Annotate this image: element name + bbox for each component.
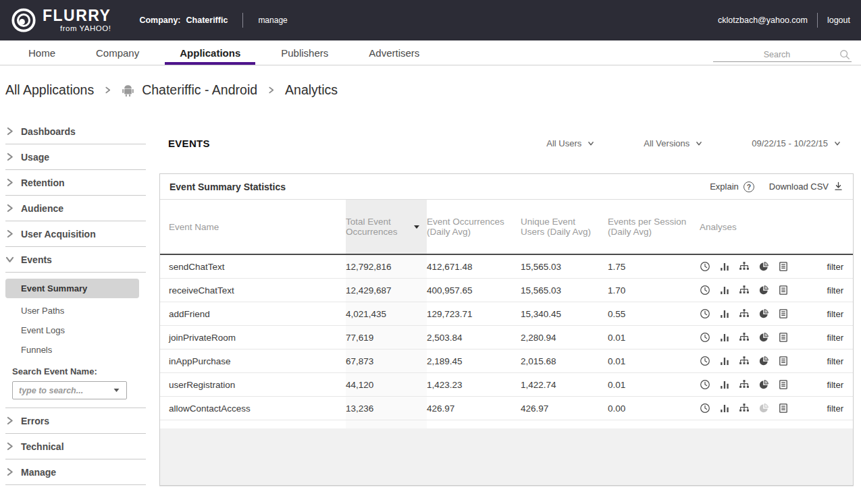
bar-chart-icon[interactable] xyxy=(719,356,730,366)
sidebar-item-dashboards[interactable]: Dashboards xyxy=(5,119,146,144)
filter-link[interactable]: filter xyxy=(827,262,843,272)
users-filter-dropdown[interactable]: All Users xyxy=(546,138,595,148)
search-icon[interactable] xyxy=(839,49,850,60)
sidebar-item-events[interactable]: Events xyxy=(5,247,146,273)
sidebar-item-errors[interactable]: Errors xyxy=(5,408,146,434)
breadcrumb-all-applications[interactable]: All Applications xyxy=(5,82,94,98)
daily-avg-cell: 129,723.71 xyxy=(427,302,521,325)
flurry-logo[interactable]: FLURRY from YAHOO! xyxy=(11,7,111,33)
clock-icon[interactable] xyxy=(700,285,710,296)
date-range-dropdown[interactable]: 09/22/15 - 10/22/15 xyxy=(752,138,841,148)
event-name-cell[interactable]: receiveChatText xyxy=(160,279,346,302)
event-name-cell[interactable]: sendChatText xyxy=(160,255,346,278)
per-session-cell: 1.70 xyxy=(608,279,700,302)
clock-icon[interactable] xyxy=(700,261,710,272)
event-logs-icon[interactable] xyxy=(778,285,789,296)
col-total-occurrences[interactable]: Total Event Occurrences xyxy=(346,200,427,254)
user-paths-icon[interactable] xyxy=(739,285,750,296)
event-logs-icon[interactable] xyxy=(778,379,789,390)
clock-icon[interactable] xyxy=(700,379,710,390)
event-name-cell[interactable]: allowContactAccess xyxy=(160,397,346,420)
nav-tab-publishers[interactable]: Publishers xyxy=(261,40,348,65)
user-paths-icon[interactable] xyxy=(739,379,750,390)
top-bar: FLURRY from YAHOO! Company: Chateriffic … xyxy=(0,0,861,40)
event-logs-icon[interactable] xyxy=(778,308,789,319)
event-logs-icon[interactable] xyxy=(778,332,789,343)
chevron-down-icon xyxy=(587,140,595,146)
user-paths-icon[interactable] xyxy=(739,403,750,414)
sidebar-item-technical[interactable]: Technical xyxy=(5,434,146,459)
clock-icon[interactable] xyxy=(700,308,710,319)
explain-link[interactable]: Explain xyxy=(710,181,754,192)
bar-chart-icon[interactable] xyxy=(719,403,730,414)
filter-link[interactable]: filter xyxy=(827,333,843,343)
event-name-cell[interactable]: joinPrivateRoom xyxy=(160,326,346,349)
analyses-cell xyxy=(700,397,825,420)
clock-icon[interactable] xyxy=(700,356,710,366)
nav-tab-company[interactable]: Company xyxy=(76,40,159,65)
nav-tab-home[interactable]: Home xyxy=(8,40,76,65)
unique-users-cell: 2,280.94 xyxy=(521,326,608,349)
sidebar-item-manage[interactable]: Manage xyxy=(5,459,146,485)
filter-link[interactable]: filter xyxy=(827,309,843,319)
sidebar-item-funnels[interactable]: Funnels xyxy=(5,340,146,360)
help-icon xyxy=(743,181,754,192)
sidebar-item-user-acquisition[interactable]: User Acquisition xyxy=(5,221,146,247)
nav-tab-advertisers[interactable]: Advertisers xyxy=(348,40,440,65)
versions-filter-dropdown[interactable]: All Versions xyxy=(644,138,703,148)
breadcrumb-app[interactable]: Chateriffic - Android xyxy=(142,82,257,98)
pie-chart-icon[interactable] xyxy=(758,332,769,343)
table-row: addFriend 4,021,435 129,723.71 15,340.45… xyxy=(160,302,853,326)
filter-link[interactable]: filter xyxy=(827,380,843,390)
sidebar-item-audience[interactable]: Audience xyxy=(5,196,146,221)
manage-link[interactable]: manage xyxy=(258,16,287,25)
sidebar-item-retention[interactable]: Retention xyxy=(5,170,146,196)
main-nav: Home Company Applications Publishers Adv… xyxy=(0,40,861,65)
filter-link[interactable]: filter xyxy=(827,285,843,296)
bar-chart-icon[interactable] xyxy=(719,332,730,343)
table-header: Event Name Total Event Occurrences Event… xyxy=(160,200,853,255)
clock-icon[interactable] xyxy=(700,403,710,414)
event-logs-icon[interactable] xyxy=(778,261,789,272)
pie-chart-icon[interactable] xyxy=(758,356,769,366)
col-per-session[interactable]: Events per Session (Daily Avg) xyxy=(608,200,700,254)
pie-chart-icon[interactable] xyxy=(758,261,769,272)
sidebar-item-event-logs[interactable]: Event Logs xyxy=(5,320,146,340)
event-name-cell[interactable]: userRegistration xyxy=(160,373,346,396)
pie-chart-icon[interactable] xyxy=(758,285,769,296)
sidebar-item-usage[interactable]: Usage xyxy=(5,144,146,170)
pie-chart-icon[interactable] xyxy=(758,379,769,390)
filter-link[interactable]: filter xyxy=(827,356,843,366)
download-icon xyxy=(833,181,843,192)
pie-chart-icon[interactable] xyxy=(758,308,769,319)
col-unique-users[interactable]: Unique Event Users (Daily Avg) xyxy=(521,200,608,254)
android-icon xyxy=(122,83,134,97)
filter-link[interactable]: filter xyxy=(827,403,843,414)
user-paths-icon[interactable] xyxy=(739,261,750,272)
user-paths-icon[interactable] xyxy=(739,332,750,343)
event-name-cell[interactable]: addFriend xyxy=(160,302,346,325)
col-event-name[interactable]: Event Name xyxy=(160,200,346,254)
panel-title: Event Summary Statistics xyxy=(169,181,286,192)
logout-link[interactable]: logout xyxy=(827,16,850,25)
bar-chart-icon[interactable] xyxy=(719,379,730,390)
sidebar-item-user-paths[interactable]: User Paths xyxy=(5,301,146,320)
event-search-select[interactable]: type to search... xyxy=(12,381,127,399)
clock-icon[interactable] xyxy=(700,332,710,343)
bar-chart-icon[interactable] xyxy=(719,285,730,296)
download-csv-link[interactable]: Download CSV xyxy=(769,181,843,192)
event-logs-icon[interactable] xyxy=(778,403,789,414)
total-occurrences-cell: 4,021,435 xyxy=(346,302,427,325)
sidebar-item-event-summary[interactable]: Event Summary xyxy=(5,279,139,298)
chevron-right-icon xyxy=(5,204,14,213)
bar-chart-icon[interactable] xyxy=(719,308,730,319)
event-name-cell[interactable]: inAppPurchase xyxy=(160,349,346,372)
user-paths-icon[interactable] xyxy=(739,356,750,366)
nav-tab-applications[interactable]: Applications xyxy=(159,40,261,65)
bar-chart-icon[interactable] xyxy=(719,261,730,272)
col-daily-avg[interactable]: Event Occurrences (Daily Avg) xyxy=(427,200,521,254)
user-paths-icon[interactable] xyxy=(739,308,750,319)
search-input[interactable] xyxy=(714,50,839,59)
event-logs-icon[interactable] xyxy=(778,356,789,366)
chevron-down-icon xyxy=(833,140,841,146)
